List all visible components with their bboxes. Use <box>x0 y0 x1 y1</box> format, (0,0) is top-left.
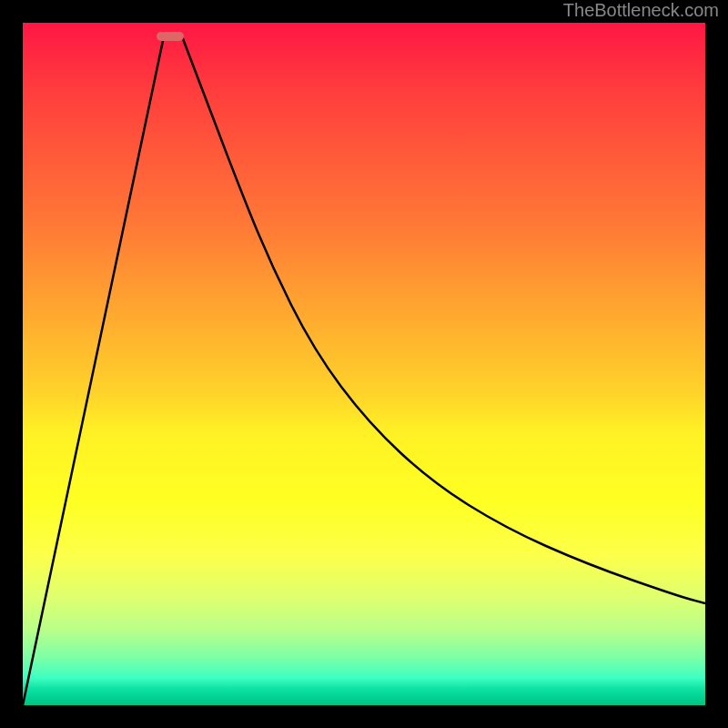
chart-curves <box>23 23 705 705</box>
right-curve <box>182 36 705 603</box>
left-line <box>23 36 164 705</box>
chart-area <box>23 23 705 705</box>
watermark-text: TheBottleneck.com <box>563 0 719 21</box>
bottleneck-marker <box>157 32 184 41</box>
